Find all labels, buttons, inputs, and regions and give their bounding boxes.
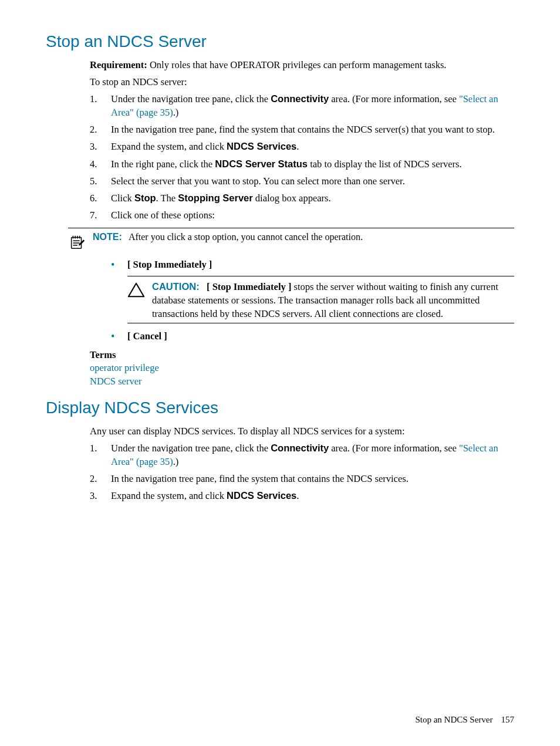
step-number: 2. [90, 123, 111, 136]
requirement-line: Requirement: Only roles that have OPERAT… [90, 58, 514, 72]
note-block: NOTE: After you click a stop option, you… [68, 228, 514, 253]
step-text: Under the navigation tree pane, click th… [111, 93, 271, 104]
step-body: In the navigation tree pane, find the sy… [111, 123, 514, 136]
step-text: . The [156, 193, 178, 204]
bullet-icon: • [111, 258, 127, 272]
step-1: 1. Under the navigation tree pane, click… [90, 441, 514, 468]
step-3: 3. Expand the system, and click NDCS Ser… [90, 140, 514, 153]
caution-label: CAUTION: [152, 281, 200, 292]
note-text-col: NOTE: After you click a stop option, you… [93, 232, 514, 253]
step-text: Click [111, 193, 134, 204]
note-label: NOTE: [93, 232, 122, 242]
step-1: 1. Under the navigation tree pane, click… [90, 92, 514, 119]
caution-rule-top [127, 276, 514, 276]
bullet-stop-immediately: • [ Stop Immediately ] [111, 258, 514, 272]
step-body: Select the server that you want to stop.… [111, 174, 514, 188]
requirement-label: Requirement: [90, 59, 147, 70]
caution-bold: [ Stop Immediately ] [207, 281, 291, 292]
section-heading-display-ndcs: Display NDCS Services [46, 399, 514, 417]
step-text: area. (For more information, see [329, 93, 459, 104]
step-number: 3. [90, 140, 111, 153]
requirement-text: Only roles that have OPERATOR privileges… [147, 59, 447, 70]
step-number: 1. [90, 92, 111, 119]
step-text: .) [173, 456, 179, 467]
step-text: tab to display the list of NDCS servers. [308, 158, 462, 170]
note-rule-top [68, 228, 514, 228]
section1-body: Requirement: Only roles that have OPERAT… [90, 58, 514, 222]
step7-bullets: • [ Stop Immediately ] [90, 258, 514, 272]
bullet-cancel: • [ Cancel ] [111, 329, 514, 344]
step-text: . [296, 490, 299, 501]
step-number: 7. [90, 208, 111, 222]
step-4: 4. In the right pane, click the NDCS Ser… [90, 157, 514, 171]
step-5: 5. Select the server that you want to st… [90, 174, 514, 188]
step-body: Expand the system, and click NDCS Servic… [111, 489, 514, 502]
step-number: 3. [90, 489, 111, 502]
note-text: After you click a stop option, you canno… [129, 232, 363, 242]
terms-block: Terms operator privilege NDCS server [90, 349, 514, 388]
section2-body: Any user can display NDCS services. To d… [90, 424, 514, 502]
connectivity-label: Connectivity [271, 443, 329, 453]
step-text: .) [173, 107, 179, 118]
step-number: 5. [90, 174, 111, 188]
step-body: Click Stop. The Stopping Server dialog b… [111, 191, 514, 205]
step-2: 2. In the navigation tree pane, find the… [90, 123, 514, 136]
step-text: Expand the system, and click [111, 141, 227, 152]
step-number: 2. [90, 472, 111, 485]
caution-text-col: CAUTION: [ Stop Immediately ] stops the … [152, 280, 514, 320]
bullet-icon: • [111, 329, 127, 344]
step-body: Under the navigation tree pane, click th… [111, 92, 514, 119]
caution-icon [127, 280, 152, 320]
step-body: Under the navigation tree pane, click th… [111, 441, 514, 468]
step-7: 7. Click one of these options: [90, 208, 514, 222]
step-text: area. (For more information, see [329, 443, 459, 454]
term-ndcs-server[interactable]: NDCS server [90, 374, 514, 388]
bullet-text: [ Stop Immediately ] [127, 258, 514, 272]
caution-rule-bottom [127, 323, 514, 323]
page-number: 157 [501, 715, 515, 724]
note-icon [68, 232, 93, 253]
steps-list-2: 1. Under the navigation tree pane, click… [90, 441, 514, 502]
step-body: Expand the system, and click NDCS Servic… [111, 140, 514, 153]
step-text: dialog box appears. [253, 193, 331, 204]
page-footer: Stop an NDCS Server157 [415, 715, 514, 725]
caution-wrapper: CAUTION: [ Stop Immediately ] stops the … [90, 276, 514, 323]
terms-heading: Terms [90, 349, 514, 361]
step7-bullets-2: • [ Cancel ] [90, 329, 514, 344]
steps-list-1: 1. Under the navigation tree pane, click… [90, 92, 514, 222]
step-text: Expand the system, and click [111, 490, 227, 501]
ndcs-services-label: NDCS Services [227, 490, 296, 501]
step-body: In the navigation tree pane, find the sy… [111, 472, 514, 485]
bullet-text: [ Cancel ] [127, 329, 514, 344]
step-text: . [296, 141, 299, 152]
step-text: Under the navigation tree pane, click th… [111, 443, 271, 454]
ndcs-services-label: NDCS Services [227, 141, 296, 151]
step-body: In the right pane, click the NDCS Server… [111, 157, 514, 171]
connectivity-label: Connectivity [271, 93, 329, 104]
footer-title: Stop an NDCS Server [415, 715, 492, 724]
step-6: 6. Click Stop. The Stopping Server dialo… [90, 191, 514, 205]
step-3: 3. Expand the system, and click NDCS Ser… [90, 489, 514, 502]
caution-text: stops the server without waiting to fini… [152, 281, 498, 319]
step-number: 6. [90, 191, 111, 205]
step-body: Click one of these options: [111, 208, 514, 222]
intro-line-2: Any user can display NDCS services. To d… [90, 424, 514, 438]
section-heading-stop-ndcs: Stop an NDCS Server [46, 32, 514, 51]
ndcs-server-status-label: NDCS Server Status [215, 158, 308, 169]
step-number: 1. [90, 441, 111, 468]
step-number: 4. [90, 157, 111, 171]
stopping-server-label: Stopping Server [178, 193, 252, 203]
step-2: 2. In the navigation tree pane, find the… [90, 472, 514, 485]
step-text: In the right pane, click the [111, 158, 215, 170]
term-operator-privilege[interactable]: operator privilege [90, 361, 514, 374]
intro-line: To stop an NDCS server: [90, 75, 514, 89]
stop-label: Stop [134, 193, 156, 203]
